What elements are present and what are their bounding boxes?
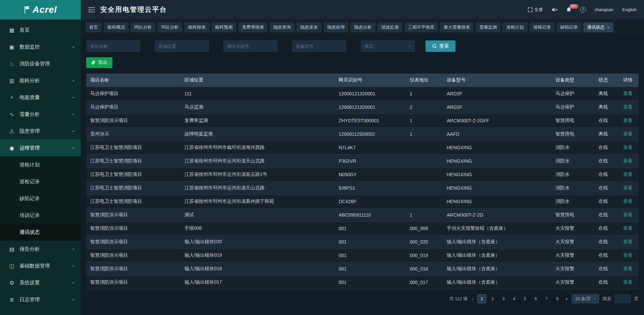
tab-label: 同比分析: [134, 24, 152, 30]
sidebar-subitem-communication-status[interactable]: 通讯状态: [0, 224, 81, 241]
next-page-button[interactable]: ›: [565, 296, 568, 302]
view-link[interactable]: 查看: [623, 266, 633, 271]
tab-communication-status[interactable]: 通讯状态×: [583, 22, 613, 32]
filter-row: 状态 ∨ 搜索: [86, 40, 639, 52]
table-row: 江苏电卫士智慧消防项目江苏省徐州市邳州市运河街道奚仲路宁和苑DC426PHENG…: [86, 195, 639, 208]
prev-page-button[interactable]: ‹: [471, 296, 474, 302]
view-link[interactable]: 查看: [623, 225, 633, 231]
page-6[interactable]: 6: [531, 294, 540, 303]
tab-mom-analysis[interactable]: 环比分析: [158, 22, 182, 32]
notifications-button[interactable]: 99+: [566, 7, 571, 12]
tab-label: 环比分析: [161, 24, 179, 30]
tab-defect-records[interactable]: 缺陷记录: [556, 22, 581, 32]
sidebar-collapse-button[interactable]: [88, 7, 95, 12]
tab-hazard-handling[interactable]: 隐患处理: [324, 22, 348, 32]
help-button[interactable]: ?: [580, 7, 586, 12]
table-row: 马达保护项目马达监测120061213200012ARD2F马达保护离线查看: [86, 100, 639, 114]
view-link[interactable]: 查看: [623, 171, 633, 177]
sidebar-subitem-training-records[interactable]: 培训记录: [0, 207, 81, 224]
sidebar-item-energy-analysis[interactable]: ▥能耗分析∨: [0, 72, 81, 89]
sidebar-subitem-inspection-plan[interactable]: 巡检计划: [0, 156, 81, 173]
gateway-id-input[interactable]: [224, 40, 277, 52]
page-4[interactable]: 4: [510, 294, 518, 303]
menu-fold-icon: [88, 7, 95, 12]
export-button[interactable]: 导出: [86, 57, 112, 68]
close-icon[interactable]: ×: [607, 25, 610, 30]
username[interactable]: zhangsan: [595, 7, 613, 12]
sidebar-item-operations-management[interactable]: ◉运维管理∧: [0, 139, 81, 156]
tab-label: 三相不平衡度: [408, 24, 434, 30]
chevron-down-icon: ∨: [72, 96, 75, 99]
sidebar-subitem-inspection-records[interactable]: 巡检记录: [0, 173, 81, 190]
table-cell: 江苏省徐州市邳州市运河街道天山北路: [180, 154, 335, 168]
tab-harmonic-monitoring[interactable]: 谐波监测: [377, 22, 402, 32]
chevron-down-icon: ∨: [72, 247, 75, 251]
table-cell: HENGXING: [443, 195, 551, 208]
pagination: 共 112 项 ‹ 12345678 › 15 条/页 ∨ 跳至 页: [86, 294, 639, 304]
status-select[interactable]: 状态 ∨: [361, 40, 415, 52]
table-cell: 智慧消防演示项目: [86, 235, 180, 249]
sidebar-item-report-analysis[interactable]: ▤报告分析∨: [0, 241, 81, 257]
view-link[interactable]: 查看: [623, 158, 633, 163]
view-link[interactable]: 查看: [623, 91, 633, 96]
page-8[interactable]: 8: [553, 294, 562, 303]
language-switch[interactable]: English: [622, 7, 637, 12]
tab-yoy-analysis[interactable]: 同比分析: [131, 22, 156, 32]
table-cell: 1: [406, 127, 443, 141]
sidebar-item-system-settings[interactable]: ⚙系统设置∨: [0, 274, 81, 291]
sidebar-item-home[interactable]: ▦首页: [0, 22, 81, 38]
sidebar-item-data-monitoring[interactable]: ▣数据监控∨: [0, 38, 81, 55]
view-link[interactable]: 查看: [623, 131, 633, 136]
log-management-icon: ≣: [8, 296, 15, 303]
tab-hazard-dispatch[interactable]: 隐患派发: [297, 22, 321, 32]
tab-hazard-analysis[interactable]: 隐患分析: [350, 22, 375, 32]
view-link[interactable]: 查看: [623, 279, 633, 285]
view-link[interactable]: 查看: [623, 198, 633, 204]
sidebar-item-fire-equipment-management[interactable]: ♨消防设备管理: [0, 55, 81, 72]
area-location-input[interactable]: [155, 40, 209, 52]
tab-inspection-records[interactable]: 巡检记录: [530, 22, 554, 32]
table-cell: 江苏电卫士智慧消防项目: [86, 154, 180, 168]
tab-energy-forecast[interactable]: 能耗预测: [211, 22, 236, 32]
view-link[interactable]: 查看: [623, 118, 633, 123]
jump-page-input[interactable]: [615, 294, 631, 303]
fullscreen-button[interactable]: 全屏: [528, 7, 543, 13]
page-1[interactable]: 1: [477, 294, 486, 303]
sidebar-item-basic-data-management[interactable]: ◫基础数据管理∨: [0, 257, 81, 274]
tab-energy-report[interactable]: 能耗报表: [184, 22, 209, 32]
page-2[interactable]: 2: [488, 294, 497, 303]
sidebar-item-power-quality[interactable]: ⚡电能质量∨: [0, 89, 81, 106]
tab-max-demand-report[interactable]: 最大需量报表: [440, 22, 474, 32]
sidebar-item-hazard-management[interactable]: ⚠隐患管理∨: [0, 123, 81, 139]
tab-demand-monitoring[interactable]: 需量监测: [476, 22, 501, 32]
table-cell: 1: [406, 87, 443, 100]
mute-button[interactable]: [552, 7, 557, 12]
table-cell: 在线: [595, 235, 619, 249]
page-7[interactable]: 7: [542, 294, 551, 303]
page-size-select[interactable]: 15 条/页 ∨: [572, 294, 599, 304]
page-3[interactable]: 3: [499, 294, 508, 303]
tab-three-phase-imbalance[interactable]: 三相不平衡度: [404, 22, 438, 32]
tab-home[interactable]: 首页: [86, 22, 102, 32]
tab-energy-overview[interactable]: 能耗概况: [104, 22, 129, 32]
sidebar-subitem-defect-records[interactable]: 缺陷记录: [0, 190, 81, 207]
sidebar-item-demand-analysis[interactable]: ∿需量分析∨: [0, 106, 81, 123]
tab-tariff-report[interactable]: 复费率报表: [238, 22, 268, 32]
tab-inspection-plan[interactable]: 巡检计划: [503, 22, 528, 32]
view-link[interactable]: 查看: [623, 252, 633, 258]
project-name-input[interactable]: [86, 40, 140, 52]
view-link[interactable]: 查看: [623, 185, 633, 190]
device-model-input[interactable]: [292, 40, 346, 52]
search-button-label: 搜索: [439, 43, 449, 49]
view-link[interactable]: 查看: [623, 104, 633, 109]
tab-hazard-query[interactable]: 隐患查询: [270, 22, 295, 32]
table-cell: 马达保护项目: [86, 87, 180, 100]
search-button[interactable]: 搜索: [426, 40, 455, 52]
table-cell-detail: 查看: [619, 195, 639, 208]
power-quality-icon: ⚡: [8, 94, 15, 101]
view-link[interactable]: 查看: [623, 145, 633, 150]
view-link[interactable]: 查看: [623, 239, 633, 244]
view-link[interactable]: 查看: [623, 212, 633, 217]
sidebar-item-log-management[interactable]: ≣日志管理∨: [0, 291, 81, 308]
page-5[interactable]: 5: [520, 294, 529, 303]
